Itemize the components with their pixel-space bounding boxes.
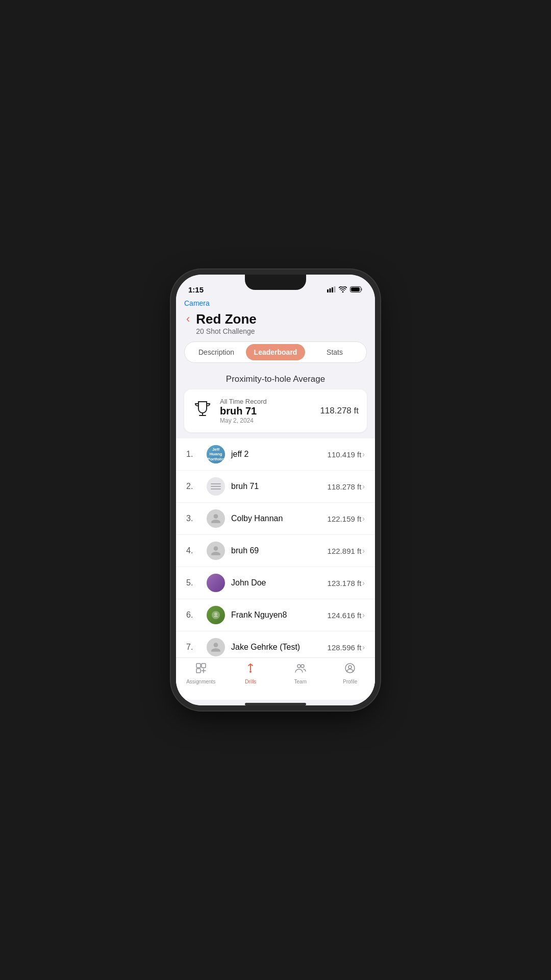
- page-subtitle: 20 Shot Challenge: [196, 327, 256, 335]
- bottom-nav: Assignments Drills: [176, 657, 375, 700]
- player-score-3: 122.159 ft ›: [328, 514, 365, 523]
- svg-rect-3: [334, 286, 336, 292]
- player-name-4: bruh 69: [231, 546, 321, 555]
- content-area: Proximity-to-hole Average All Time Recor…: [176, 368, 375, 657]
- notch: [245, 275, 306, 290]
- svg-point-21: [348, 666, 352, 669]
- player-name-6: Frank Nguyen8: [231, 610, 321, 620]
- svg-rect-6: [351, 287, 360, 291]
- svg-rect-10: [202, 664, 206, 668]
- avatar-bruh71: [207, 477, 225, 496]
- rank-4: 4.: [186, 546, 201, 555]
- nav-profile[interactable]: Profile: [325, 662, 375, 684]
- avatar-johndoe: [207, 574, 225, 592]
- rank-1: 1.: [186, 450, 201, 459]
- player-score-5: 123.178 ft ›: [328, 579, 365, 587]
- avatar-jeff2: JeffHuangPortfolio: [207, 445, 225, 463]
- table-row[interactable]: 4. bruh 69 122.891 ft ›: [176, 535, 375, 567]
- nav-label-assignments: Assignments: [186, 679, 215, 684]
- record-name: bruh 71: [220, 405, 313, 417]
- record-label: All Time Record: [220, 398, 313, 405]
- nav-label-team: Team: [294, 679, 307, 684]
- home-indicator: [245, 703, 306, 705]
- record-info: All Time Record bruh 71 May 2, 2024: [220, 398, 313, 424]
- player-name-2: bruh 71: [231, 482, 321, 491]
- table-row[interactable]: 5. John Doe 123.178 ft ›: [176, 567, 375, 599]
- player-score-4: 122.891 ft ›: [328, 547, 365, 555]
- record-card[interactable]: All Time Record bruh 71 May 2, 2024 118.…: [184, 389, 367, 432]
- header: ‹ Red Zone 20 Shot Challenge: [176, 307, 375, 341]
- page-title: Red Zone: [196, 311, 256, 327]
- table-row[interactable]: 2. bruh 71 118.278 ft ›: [176, 471, 375, 503]
- rank-3: 3.: [186, 514, 201, 523]
- leaderboard-list: 1. JeffHuangPortfolio jeff 2 110.419 ft …: [176, 438, 375, 657]
- trophy-icon: [192, 399, 213, 423]
- avatar-bruh69: [207, 542, 225, 560]
- svg-rect-1: [330, 288, 331, 292]
- svg-rect-9: [196, 664, 201, 668]
- player-name-1: jeff 2: [231, 450, 321, 459]
- player-name-5: John Doe: [231, 578, 321, 587]
- svg-rect-5: [361, 288, 362, 291]
- player-score-6: 124.616 ft ›: [328, 611, 365, 620]
- tab-stats[interactable]: Stats: [305, 344, 364, 360]
- player-name-3: Colby Hannan: [231, 514, 321, 523]
- player-score-2: 118.278 ft ›: [328, 482, 365, 491]
- table-row[interactable]: 6. Frank Nguyen8 124.616 ft ›: [176, 599, 375, 631]
- rank-7: 7.: [186, 643, 201, 652]
- player-score-1: 110.419 ft ›: [328, 450, 365, 459]
- profile-icon: [344, 662, 356, 677]
- svg-rect-11: [196, 669, 201, 673]
- back-nav[interactable]: Camera: [176, 297, 375, 307]
- nav-drills[interactable]: Drills: [226, 662, 276, 684]
- nav-assignments[interactable]: Assignments: [176, 662, 226, 684]
- drills-icon: [244, 662, 257, 677]
- table-row[interactable]: 3. Colby Hannan 122.159 ft ›: [176, 503, 375, 535]
- nav-team[interactable]: Team: [276, 662, 325, 684]
- svg-point-19: [301, 665, 304, 668]
- tabs-container: Description Leaderboard Stats: [176, 341, 375, 368]
- table-row[interactable]: 1. JeffHuangPortfolio jeff 2 110.419 ft …: [176, 438, 375, 471]
- tabs: Description Leaderboard Stats: [184, 341, 367, 363]
- rank-2: 2.: [186, 482, 201, 491]
- svg-rect-0: [327, 289, 329, 292]
- back-button[interactable]: ‹: [186, 312, 190, 326]
- avatar-colby: [207, 509, 225, 528]
- status-icons: [327, 286, 363, 292]
- table-row[interactable]: 7. Jake Gehrke (Test) 128.596 ft ›: [176, 631, 375, 657]
- section-title: Proximity-to-hole Average: [176, 368, 375, 389]
- rank-5: 5.: [186, 578, 201, 587]
- record-date: May 2, 2024: [220, 417, 313, 424]
- team-icon: [294, 662, 307, 677]
- player-name-7: Jake Gehrke (Test): [231, 643, 321, 652]
- avatar-frank: [207, 606, 225, 624]
- signal-icon: [327, 286, 336, 292]
- tab-description[interactable]: Description: [187, 344, 246, 360]
- svg-point-18: [297, 665, 300, 668]
- back-label[interactable]: Camera: [184, 299, 210, 307]
- status-time: 1:15: [188, 285, 204, 294]
- tab-leaderboard[interactable]: Leaderboard: [246, 344, 305, 360]
- player-score-7: 128.596 ft ›: [328, 643, 365, 652]
- phone-frame: 1:15: [176, 275, 375, 705]
- nav-label-drills: Drills: [245, 679, 256, 684]
- record-score: 118.278 ft: [320, 406, 359, 416]
- rank-6: 6.: [186, 610, 201, 620]
- svg-point-8: [214, 612, 217, 616]
- svg-rect-2: [332, 287, 333, 292]
- wifi-icon: [339, 286, 347, 292]
- battery-icon: [350, 286, 363, 292]
- nav-label-profile: Profile: [343, 679, 357, 684]
- svg-point-14: [249, 671, 252, 673]
- assignments-icon: [195, 662, 207, 677]
- avatar-jake-gehrke: [207, 638, 225, 656]
